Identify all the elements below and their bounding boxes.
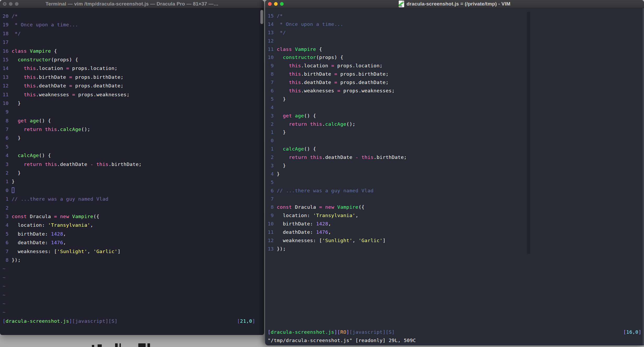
code-token: ~ bbox=[3, 292, 6, 298]
line-number: 8 bbox=[268, 71, 277, 77]
line-number: 3 bbox=[268, 163, 277, 168]
vim-statusline: [dracula-screenshot.js][javascript][S][2… bbox=[3, 317, 264, 325]
code-token: this bbox=[310, 154, 322, 160]
code-token: ~ bbox=[3, 301, 6, 306]
window-title: dracula-screenshot.js = (/private/tmp) -… bbox=[407, 1, 510, 7]
empty-line bbox=[268, 295, 644, 303]
line-number: 2 bbox=[268, 154, 277, 160]
code-token: this bbox=[310, 121, 322, 127]
code-token: , bbox=[352, 238, 358, 243]
code-token: dracula-screenshot.js bbox=[271, 329, 334, 335]
minimize-button[interactable] bbox=[9, 2, 13, 6]
line-number: 5 bbox=[3, 144, 12, 149]
js-file-icon[interactable]: JS bbox=[399, 1, 404, 7]
code-token: , bbox=[87, 249, 93, 254]
code-token: ] bbox=[638, 329, 641, 335]
code-token: calcAge bbox=[18, 153, 39, 158]
code-line: 2 } bbox=[3, 169, 264, 177]
code-token: ~ bbox=[3, 275, 6, 280]
code-token bbox=[292, 113, 295, 118]
code-token bbox=[277, 113, 283, 118]
code-token: Vampire bbox=[295, 46, 316, 52]
code-token: props.birthDate; bbox=[72, 74, 124, 80]
code-token: .deathDate bbox=[322, 154, 355, 160]
code-token: Vampire bbox=[30, 48, 51, 54]
code-token: (); bbox=[81, 127, 90, 132]
code-token: this bbox=[361, 154, 373, 160]
code-token: calcAge bbox=[283, 146, 304, 152]
line-number: 2 bbox=[268, 121, 277, 127]
terminal-titlebar: Terminal — vim /tmp/dracula-screenshot.j… bbox=[0, 0, 264, 8]
code-token bbox=[292, 46, 295, 52]
code-token: ] bbox=[69, 318, 72, 324]
code-line: 14 * Once upon a time... bbox=[268, 20, 644, 28]
code-line: 10 birthDate: 1428, bbox=[268, 220, 644, 228]
background-text-fragment bbox=[115, 343, 118, 347]
code-token: this bbox=[45, 161, 57, 167]
minimize-button[interactable] bbox=[274, 2, 278, 6]
code-token: return bbox=[289, 121, 307, 127]
terminal-vim-area[interactable]: 20 /*19 * Once upon a time...18 */17 16 … bbox=[0, 8, 264, 335]
empty-line bbox=[268, 286, 644, 295]
code-token: , bbox=[63, 231, 66, 237]
line-number: 19 bbox=[3, 22, 12, 27]
code-token: 1476 bbox=[316, 229, 328, 235]
code-token: location: bbox=[12, 222, 48, 228]
code-token: props.birthDate; bbox=[337, 71, 389, 77]
code-line: 8 get age() { bbox=[3, 116, 264, 125]
close-button[interactable] bbox=[268, 2, 272, 6]
scrollbar-track[interactable] bbox=[527, 12, 530, 254]
zoom-button[interactable] bbox=[280, 2, 284, 6]
line-number: 1 bbox=[3, 196, 12, 202]
line-number: 7 bbox=[268, 80, 277, 85]
line-number: 8 bbox=[3, 118, 12, 123]
code-token: return bbox=[24, 127, 42, 132]
code-line: 2 return this.calcAge(); bbox=[268, 120, 644, 128]
code-line: 5 bbox=[3, 142, 264, 151]
code-token: this bbox=[289, 71, 301, 77]
code-token: birthDate: bbox=[277, 221, 316, 226]
code-token: return bbox=[289, 154, 307, 160]
code-token: [ bbox=[3, 318, 6, 324]
line-number: 0 bbox=[268, 138, 277, 143]
code-line: 8 this.birthDate = props.birthDate; bbox=[268, 70, 644, 78]
code-line: 6 deathDate: 1476, bbox=[3, 238, 264, 247]
code-token: [ bbox=[337, 329, 341, 335]
code-token: , bbox=[328, 229, 331, 235]
code-token: birthDate: bbox=[12, 231, 51, 237]
line-number: 0 bbox=[3, 188, 12, 193]
code-token: } bbox=[12, 135, 21, 141]
line-number: 5 bbox=[268, 180, 277, 185]
code-token bbox=[12, 65, 24, 71]
window-title: Terminal — vim /tmp/dracula-screenshot.j… bbox=[46, 1, 219, 7]
tilde-line: ~ bbox=[3, 299, 264, 308]
code-token bbox=[277, 88, 289, 93]
code-line: 3 return this.deathDate - this.birthDate… bbox=[3, 160, 264, 169]
code-token bbox=[93, 161, 97, 167]
code-token: class bbox=[277, 46, 292, 52]
line-number: 12 bbox=[268, 238, 277, 243]
code-token bbox=[277, 71, 289, 77]
zoom-button[interactable] bbox=[15, 2, 19, 6]
code-token: = bbox=[54, 214, 57, 219]
line-number: 3 bbox=[268, 113, 277, 118]
code-token bbox=[12, 92, 24, 97]
close-button[interactable] bbox=[3, 2, 7, 6]
empty-line bbox=[268, 303, 644, 311]
code-token: () { bbox=[39, 118, 51, 123]
line-number: 11 bbox=[3, 92, 12, 97]
code-token: ] bbox=[117, 249, 121, 254]
line-number: 15 bbox=[268, 13, 277, 19]
code-token: Dracula bbox=[27, 214, 54, 219]
tilde-line: ~ bbox=[3, 282, 264, 290]
macvim-text-area[interactable]: 15 /*14 * Once upon a time...13 */12 11 … bbox=[265, 8, 644, 345]
code-token: this bbox=[289, 88, 301, 93]
code-line: 5 birthDate: 1428, bbox=[3, 230, 264, 238]
tilde-line: ~ bbox=[3, 273, 264, 282]
code-token: .birthDate bbox=[36, 74, 69, 80]
code-token: 1428 bbox=[316, 221, 328, 226]
scrollbar-thumb[interactable] bbox=[260, 10, 263, 24]
code-line: 14 this.location = props.location; bbox=[3, 64, 264, 73]
line-number: 6 bbox=[268, 188, 277, 193]
line-number: 10 bbox=[268, 221, 277, 226]
